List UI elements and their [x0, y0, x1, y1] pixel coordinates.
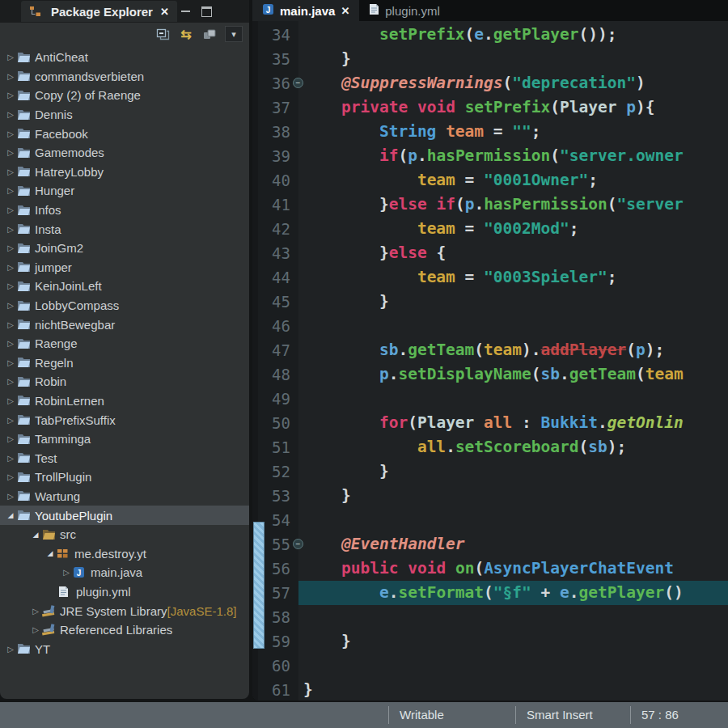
expand-arrow-icon[interactable]: ▷ — [4, 416, 17, 425]
tree-item-nichtbewegbar[interactable]: ▷nichtBewegbar — [0, 315, 249, 334]
expand-arrow-icon[interactable]: ▷ — [4, 339, 17, 348]
close-tab-icon[interactable]: ✕ — [341, 5, 349, 17]
collapse-all-icon[interactable] — [154, 26, 171, 42]
tree-item-plugin-yml[interactable]: plugin.yml — [0, 582, 249, 602]
tree-item-src[interactable]: ◢src — [0, 525, 249, 544]
expand-arrow-icon[interactable]: ▷ — [4, 396, 17, 405]
code-line-34[interactable]: 34 setPrefix(e.getPlayer()); — [252, 23, 728, 47]
code-line-54[interactable]: 54 — [252, 508, 728, 532]
expand-arrow-icon[interactable]: ▷ — [4, 129, 17, 138]
tab-plugin-yml[interactable]: plugin.yml — [359, 0, 450, 21]
tree-item-copy-2-of-raenge[interactable]: ▷Copy (2) of Raenge — [0, 86, 249, 105]
code-line-59[interactable]: 59 } — [252, 629, 728, 654]
collapse-arrow-icon[interactable]: ◢ — [4, 511, 17, 519]
code-line-43[interactable]: 43 }else { — [252, 241, 728, 265]
tree-item-gamemodes[interactable]: ▷Gamemodes — [0, 143, 249, 163]
expand-arrow-icon[interactable]: ▷ — [4, 377, 17, 386]
minimize-view-icon[interactable] — [181, 11, 190, 12]
code-line-49[interactable]: 49 — [252, 387, 728, 411]
code-area[interactable]: 34 setPrefix(e.getPlayer());35 }36− @Sup… — [252, 21, 728, 700]
expand-arrow-icon[interactable]: ▷ — [29, 625, 42, 634]
expand-arrow-icon[interactable]: ▷ — [4, 454, 17, 463]
tree-item-hatreylobby[interactable]: ▷HatreyLobby — [0, 163, 249, 182]
expand-arrow-icon[interactable]: ▷ — [4, 205, 17, 214]
collapse-arrow-icon[interactable]: ◢ — [29, 531, 42, 539]
code-line-36[interactable]: 36− @SuppressWarnings("deprecation") — [252, 71, 728, 95]
view-menu-icon[interactable]: ▾ — [225, 26, 243, 42]
expand-arrow-icon[interactable]: ▷ — [4, 281, 17, 290]
tree-item-tabprefixsuffix[interactable]: ▷TabPrefixSuffix — [0, 410, 249, 430]
tree-item-lobbycompass[interactable]: ▷LobbyCompass — [0, 296, 249, 315]
tree-item-keinjoinleft[interactable]: ▷KeinJoinLeft — [0, 277, 249, 296]
tree-item-youtubeplugin[interactable]: ◢YoutubePlugin — [0, 506, 249, 525]
fold-collapse-icon[interactable]: − — [293, 539, 303, 549]
code-line-40[interactable]: 40 team = "0001Owner"; — [252, 168, 728, 193]
expand-arrow-icon[interactable]: ▷ — [4, 72, 17, 81]
code-line-38[interactable]: 38 String team = ""; — [252, 120, 728, 144]
expand-arrow-icon[interactable]: ▷ — [4, 358, 17, 367]
code-line-46[interactable]: 46 — [252, 314, 728, 338]
tree-item-yt[interactable]: ▷YT — [0, 639, 249, 658]
expand-arrow-icon[interactable]: ▷ — [4, 186, 17, 195]
tree-item-hunger[interactable]: ▷Hunger — [0, 181, 249, 201]
tree-item-regeln[interactable]: ▷Regeln — [0, 353, 249, 373]
code-line-50[interactable]: 50 for(Player all : Bukkit.getOnlin — [252, 411, 728, 435]
tree-item-trollplugin[interactable]: ▷TrollPlugin — [0, 468, 249, 487]
tree-item-anticheat[interactable]: ▷AntiCheat — [0, 48, 249, 67]
expand-arrow-icon[interactable]: ▷ — [4, 263, 17, 272]
code-line-51[interactable]: 51 all.setScoreboard(sb); — [252, 435, 728, 459]
tab-main-java[interactable]: J main.java ✕ — [252, 0, 359, 21]
tree-item-main-java[interactable]: ▷Jmain.java — [0, 563, 249, 582]
fold-collapse-icon[interactable]: − — [293, 78, 303, 88]
tree-item-dennis[interactable]: ▷Dennis — [0, 105, 249, 125]
package-explorer-tab[interactable]: Package Explorer ✕ — [21, 1, 177, 22]
expand-arrow-icon[interactable]: ▷ — [4, 243, 17, 252]
tree-item-joingm2[interactable]: ▷JoinGm2 — [0, 239, 249, 258]
code-line-55[interactable]: 55− @EventHandler — [252, 532, 728, 557]
expand-arrow-icon[interactable]: ▷ — [4, 91, 17, 99]
code-line-56[interactable]: 56 public void on(AsyncPlayerChatEvent — [252, 557, 728, 581]
tree-item-robin[interactable]: ▷Robin — [0, 372, 249, 392]
expand-arrow-icon[interactable]: ▷ — [4, 492, 17, 501]
code-line-44[interactable]: 44 team = "0003Spieler"; — [252, 265, 728, 290]
expand-arrow-icon[interactable]: ▷ — [4, 148, 17, 157]
tree-item-test[interactable]: ▷Test — [0, 448, 249, 468]
tree-item-robinlernen[interactable]: ▷RobinLernen — [0, 392, 249, 411]
code-line-52[interactable]: 52 } — [252, 459, 728, 484]
tree-item-insta[interactable]: ▷Insta — [0, 219, 249, 239]
close-view-icon[interactable]: ✕ — [160, 6, 169, 18]
collapse-arrow-icon[interactable]: ◢ — [44, 549, 57, 557]
code-line-42[interactable]: 42 team = "0002Mod"; — [252, 217, 728, 241]
tree-item-jre-system-library[interactable]: ▷JRE System Library [JavaSE-1.8] — [0, 601, 249, 620]
tree-item-raenge[interactable]: ▷Raenge — [0, 334, 249, 353]
expand-arrow-icon[interactable]: ▷ — [4, 167, 17, 176]
tree-item-commandsverbieten[interactable]: ▷commandsverbieten — [0, 67, 249, 87]
code-line-39[interactable]: 39 if(p.hasPermission("server.owner — [252, 144, 728, 168]
expand-arrow-icon[interactable]: ▷ — [4, 645, 17, 654]
view-options-icon[interactable] — [201, 26, 218, 42]
expand-arrow-icon[interactable]: ▷ — [4, 320, 17, 329]
code-line-41[interactable]: 41 }else if(p.hasPermission("server — [252, 193, 728, 217]
expand-arrow-icon[interactable]: ▷ — [29, 607, 42, 616]
expand-arrow-icon[interactable]: ▷ — [60, 568, 73, 577]
tree-item-wartung[interactable]: ▷Wartung — [0, 487, 249, 506]
expand-arrow-icon[interactable]: ▷ — [4, 110, 17, 119]
maximize-view-icon[interactable] — [201, 6, 212, 17]
tree-item-referenced-libraries[interactable]: ▷Referenced Libraries — [0, 620, 249, 640]
tree-item-jumper[interactable]: ▷jumper — [0, 258, 249, 277]
expand-arrow-icon[interactable]: ▷ — [4, 301, 17, 310]
expand-arrow-icon[interactable]: ▷ — [4, 434, 17, 443]
tree-item-me-destroy-yt[interactable]: ◢me.destroy.yt — [0, 544, 249, 563]
code-line-45[interactable]: 45 } — [252, 290, 728, 314]
code-line-37[interactable]: 37 private void setPrefix(Player p){ — [252, 95, 728, 120]
expand-arrow-icon[interactable]: ▷ — [4, 225, 17, 234]
code-line-61[interactable]: 61} — [252, 678, 728, 700]
tree-item-facebook[interactable]: ▷Facebook — [0, 124, 249, 143]
code-line-60[interactable]: 60 — [252, 654, 728, 678]
code-line-48[interactable]: 48 p.setDisplayName(sb.getTeam(team — [252, 362, 728, 387]
code-line-35[interactable]: 35 } — [252, 47, 728, 71]
expand-arrow-icon[interactable]: ▷ — [4, 53, 17, 61]
code-line-57[interactable]: 57 e.setFormat("§f" + e.getPlayer() — [252, 581, 728, 605]
code-line-53[interactable]: 53 } — [252, 484, 728, 508]
tree-item-tamminga[interactable]: ▷Tamminga — [0, 430, 249, 449]
